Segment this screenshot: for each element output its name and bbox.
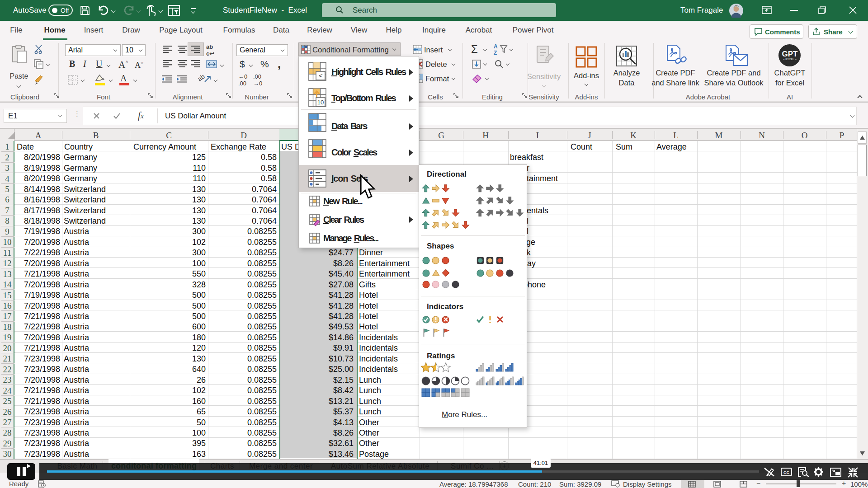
- svg-text:10: 10: [317, 99, 324, 106]
- svg-text:≤: ≤: [319, 72, 322, 80]
- svg-text:CC: CC: [783, 470, 789, 475]
